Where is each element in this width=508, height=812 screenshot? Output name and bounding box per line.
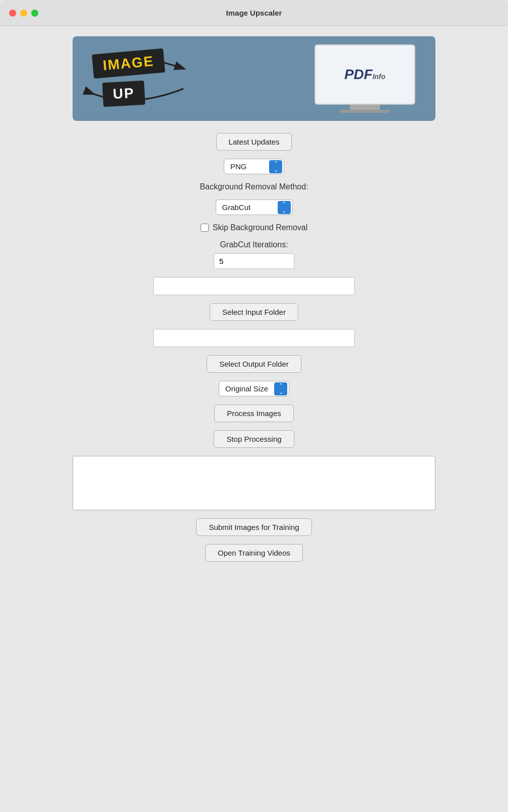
method-select-wrapper: GrabCut Deep Learning Color Range ⌃⌄ xyxy=(216,199,293,215)
titlebar: Image Upscaler xyxy=(0,0,508,26)
iterations-section: GrabCut Iterations: xyxy=(214,240,294,269)
window-controls xyxy=(9,10,38,17)
size-select[interactable]: Original Size 2x 4x 8x xyxy=(219,381,289,396)
skip-bg-row: Skip Background Removal xyxy=(201,223,308,232)
output-folder-display[interactable] xyxy=(153,329,355,347)
monitor-text: PDFInfo xyxy=(344,66,386,83)
banner-image: IMAGE UP PDFInfo xyxy=(73,36,435,121)
window-title: Image Upscaler xyxy=(226,9,282,17)
iterations-label: GrabCut Iterations: xyxy=(220,240,288,249)
skip-bg-label: Skip Background Removal xyxy=(213,223,308,232)
banner-tag2: UP xyxy=(112,85,135,102)
size-select-wrapper: Original Size 2x 4x 8x ⌃⌄ xyxy=(219,381,289,396)
banner-tag1: IMAGE xyxy=(102,53,155,74)
process-images-button[interactable]: Process Images xyxy=(214,404,294,422)
input-folder-display[interactable] xyxy=(153,277,355,295)
close-button[interactable] xyxy=(9,10,16,17)
background-removal-label: Background Removal Method: xyxy=(200,182,308,191)
iterations-input[interactable] xyxy=(214,253,294,269)
banner-inner: IMAGE UP PDFInfo xyxy=(73,36,435,121)
stop-processing-button[interactable]: Stop Processing xyxy=(214,430,294,448)
format-select[interactable]: PNG JPEG WEBP BMP xyxy=(224,159,284,174)
latest-updates-button[interactable]: Latest Updates xyxy=(216,133,292,151)
method-select[interactable]: GrabCut Deep Learning Color Range xyxy=(216,199,293,215)
main-content: IMAGE UP PDFInfo Latest Updates xyxy=(0,26,508,812)
open-training-button[interactable]: Open Training Videos xyxy=(205,544,303,562)
submit-training-button[interactable]: Submit Images for Training xyxy=(196,518,311,536)
controls-section: Latest Updates PNG JPEG WEBP BMP ⌃⌄ Back… xyxy=(0,133,508,562)
skip-bg-checkbox[interactable] xyxy=(201,224,209,232)
minimize-button[interactable] xyxy=(20,10,27,17)
maximize-button[interactable] xyxy=(31,10,38,17)
format-select-wrapper: PNG JPEG WEBP BMP ⌃⌄ xyxy=(224,159,284,174)
log-textarea[interactable] xyxy=(73,456,435,510)
select-input-folder-button[interactable]: Select Input Folder xyxy=(210,303,298,321)
select-output-folder-button[interactable]: Select Output Folder xyxy=(207,355,301,373)
